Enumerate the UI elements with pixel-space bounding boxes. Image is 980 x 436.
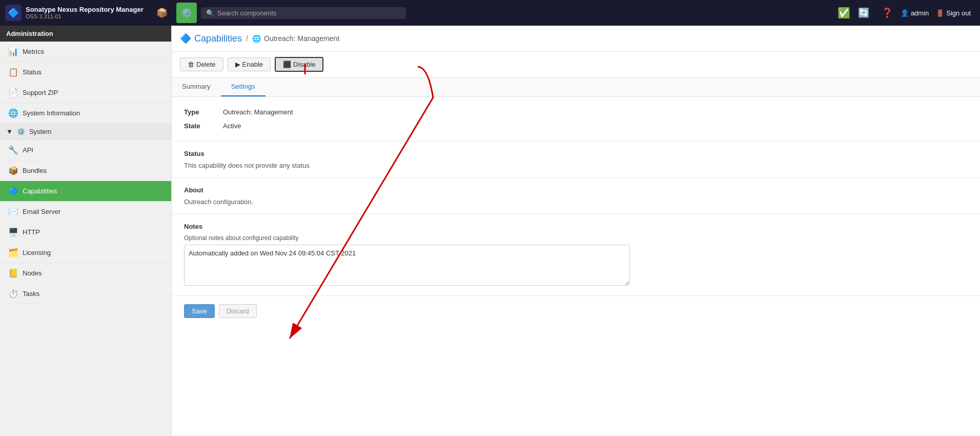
email-server-icon: ✉️ — [8, 207, 18, 216]
user-menu[interactable]: 👤 admin — [901, 9, 929, 17]
enable-button[interactable]: ▶ Enable — [228, 57, 271, 71]
app-version: OSS 3.311-01 — [26, 13, 144, 20]
bundles-icon: 📦 — [8, 166, 18, 175]
toolbar: 🗑 Delete ▶ Enable ⬛ Disable — [172, 52, 980, 77]
sidebar-item-http[interactable]: 🖥️ HTTP — [0, 222, 171, 243]
sidebar-item-label: API — [23, 146, 33, 154]
breadcrumb: 🔷 Capabilities / 🌐 Outreach: Management — [172, 26, 980, 52]
nodes-icon: 📒 — [8, 268, 18, 278]
tab-summary[interactable]: Summary — [172, 77, 221, 96]
sidebar-item-licensing[interactable]: 🗂️ Licensing — [0, 243, 171, 263]
sidebar-item-api[interactable]: 🔧 API — [0, 140, 171, 161]
status-check-icon: ✅ — [838, 7, 850, 19]
tasks-icon: ⏱️ — [8, 289, 18, 299]
user-icon: 👤 — [901, 9, 909, 17]
sidebar-item-metrics[interactable]: 📊 Metrics — [0, 42, 171, 62]
save-button[interactable]: Save — [184, 304, 215, 318]
breadcrumb-section: 🔷 Capabilities — [180, 33, 242, 44]
search-bar[interactable]: 🔍 — [201, 7, 406, 19]
top-navigation: 🔷 Sonatype Nexus Repository Manager OSS … — [0, 0, 980, 26]
delete-button[interactable]: 🗑 Delete — [180, 57, 223, 71]
refresh-icon-btn[interactable]: 🔄 — [853, 3, 874, 23]
sidebar-item-label: Support ZIP — [23, 89, 58, 96]
signout-button[interactable]: 🚪 Sign out — [932, 7, 975, 19]
state-value: Active — [223, 122, 241, 130]
api-icon: 🔧 — [8, 145, 18, 155]
capabilities-icon: 🔷 — [8, 186, 18, 196]
tab-settings[interactable]: Settings — [221, 77, 266, 96]
about-header: About — [184, 186, 968, 194]
sidebar-item-label: Tasks — [23, 290, 39, 298]
app-title: Sonatype Nexus Repository Manager — [26, 6, 144, 14]
sidebar-item-nodes[interactable]: 📒 Nodes — [0, 263, 171, 284]
sidebar-item-label: Capabilities — [23, 187, 57, 195]
sidebar-item-tasks[interactable]: ⏱️ Tasks — [0, 284, 171, 304]
type-value: Outreach: Management — [223, 108, 293, 116]
enable-icon: ▶ — [235, 61, 240, 68]
settings-icon-btn[interactable]: ⚙️ — [176, 3, 197, 23]
sidebar-item-label: Nodes — [23, 269, 42, 277]
sidebar-item-label: HTTP — [23, 228, 40, 236]
type-state-section: Type Outreach: Management State Active — [172, 97, 980, 142]
sidebar-section-system[interactable]: ▼ ⚙️ System — [0, 124, 171, 140]
notes-header: Notes — [184, 223, 968, 230]
metrics-icon: 📊 — [8, 47, 18, 56]
sidebar-item-support-zip[interactable]: 📄 Support ZIP — [0, 83, 171, 103]
status-header: Status — [184, 150, 968, 157]
state-row: State Active — [184, 119, 968, 133]
brand: 🔷 Sonatype Nexus Repository Manager OSS … — [5, 5, 144, 21]
signout-label: Sign out — [946, 9, 971, 17]
sidebar-item-label: System Information — [23, 109, 80, 117]
sidebar-item-label: Licensing — [23, 249, 51, 256]
sidebar-item-bundles[interactable]: 📦 Bundles — [0, 161, 171, 181]
licensing-icon: 🗂️ — [8, 248, 18, 257]
notes-textarea[interactable]: Automatically added on Wed Nov 24 09:45:… — [184, 245, 630, 286]
status-section: Status This capability does not provide … — [172, 142, 980, 178]
delete-icon: 🗑 — [188, 61, 194, 68]
status-text: This capability does not provide any sta… — [184, 162, 968, 169]
type-label: Type — [184, 108, 215, 116]
search-input[interactable] — [217, 9, 401, 17]
system-section-icon: ⚙️ — [17, 128, 25, 135]
breadcrumb-separator: / — [246, 34, 248, 43]
about-section: About Outreach configuration. — [172, 178, 980, 214]
sidebar-item-label: Status — [23, 68, 42, 76]
disable-button[interactable]: ⬛ Disable — [275, 57, 323, 72]
section-arrow-icon: ▼ — [6, 128, 13, 135]
sidebar-item-label: Bundles — [23, 167, 47, 174]
http-icon: 🖥️ — [8, 227, 18, 237]
sidebar-item-status[interactable]: 📋 Status — [0, 62, 171, 83]
support-zip-icon: 📄 — [8, 88, 18, 97]
nav-right: ✅ 🔄 ❓ 👤 admin 🚪 Sign out — [838, 3, 975, 23]
content-body: Type Outreach: Management State Active S… — [172, 97, 980, 326]
sidebar-item-label: Email Server — [23, 208, 60, 215]
notes-section: Notes Optional notes about configured ca… — [172, 214, 980, 295]
action-bar: Save Discard — [172, 295, 980, 326]
repository-icon-btn[interactable]: 📦 — [152, 3, 172, 23]
sidebar-item-email-server[interactable]: ✉️ Email Server — [0, 202, 171, 222]
help-icon-btn[interactable]: ❓ — [877, 3, 897, 23]
disable-icon: ⬛ — [283, 61, 291, 68]
about-text: Outreach configuration. — [184, 198, 968, 206]
search-icon: 🔍 — [206, 9, 214, 17]
sidebar-header: Administration — [0, 26, 171, 42]
signout-icon: 🚪 — [936, 9, 944, 17]
brand-text: Sonatype Nexus Repository Manager OSS 3.… — [26, 6, 144, 21]
sidebar-item-label: Metrics — [23, 48, 44, 55]
breadcrumb-page: 🌐 Outreach: Management — [252, 34, 339, 43]
system-info-icon: 🌐 — [8, 108, 18, 118]
main-content: 🔷 Capabilities / 🌐 Outreach: Management … — [172, 26, 980, 436]
sidebar: Administration 📊 Metrics 📋 Status 📄 Supp… — [0, 26, 172, 436]
brand-logo: 🔷 — [5, 5, 22, 21]
sidebar-item-system-information[interactable]: 🌐 System Information — [0, 103, 171, 124]
type-row: Type Outreach: Management — [184, 105, 968, 119]
status-icon: 📋 — [8, 67, 18, 77]
tabs: Summary Settings — [172, 77, 980, 97]
outreach-icon: 🌐 — [252, 34, 261, 43]
layout: Administration 📊 Metrics 📋 Status 📄 Supp… — [0, 26, 980, 436]
capabilities-breadcrumb-icon: 🔷 — [180, 33, 191, 44]
system-section-label: System — [29, 128, 51, 135]
sidebar-item-capabilities[interactable]: 🔷 Capabilities — [0, 181, 171, 202]
user-name: admin — [911, 9, 929, 17]
discard-button[interactable]: Discard — [219, 304, 257, 318]
